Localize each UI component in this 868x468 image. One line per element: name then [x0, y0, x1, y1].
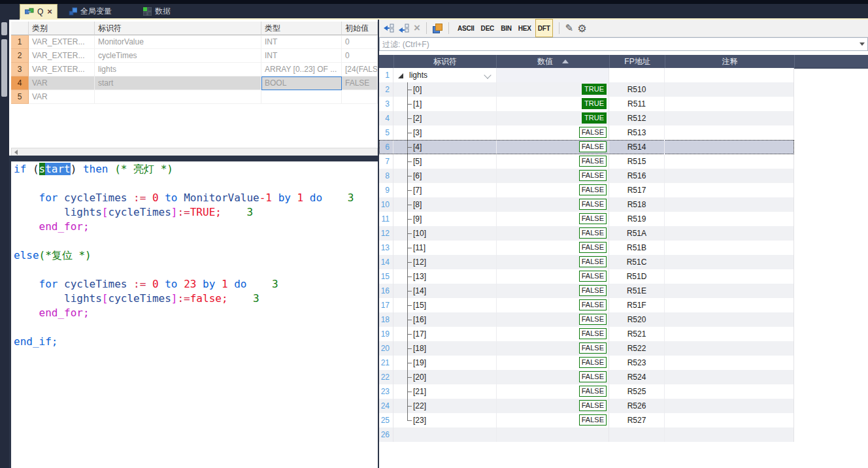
comment-cell[interactable] — [665, 241, 794, 255]
comment-cell[interactable] — [665, 370, 794, 384]
value-cell[interactable] — [496, 427, 609, 442]
watch-row[interactable]: 25[23]FALSER527 — [379, 413, 794, 427]
identifier-cell[interactable]: [4] — [393, 140, 496, 154]
watch-row[interactable]: 1lights — [379, 68, 794, 82]
filter-input[interactable] — [379, 37, 868, 51]
comment-cell[interactable] — [665, 82, 794, 97]
filter-dropdown-icon[interactable] — [860, 42, 865, 46]
value-cell[interactable]: TRUE — [496, 82, 609, 97]
value-badge[interactable]: FALSE — [579, 328, 607, 339]
value-badge[interactable]: FALSE — [579, 184, 607, 195]
value-badge[interactable]: FALSE — [579, 156, 607, 167]
initial-value-cell[interactable]: 0 — [342, 49, 378, 63]
format-button-dec[interactable]: DEC — [478, 19, 497, 37]
close-icon[interactable]: × — [47, 7, 52, 16]
comment-cell[interactable] — [665, 327, 794, 341]
watch-row[interactable]: 10[8]FALSER518 — [379, 197, 794, 212]
watch-row[interactable]: 4[2]TRUER512 — [379, 111, 794, 125]
category-cell[interactable]: VAR_EXTER... — [29, 63, 95, 76]
value-cell[interactable]: FALSE — [496, 384, 609, 399]
value-cell[interactable]: FALSE — [496, 226, 609, 241]
identifier-cell[interactable]: [9] — [393, 212, 496, 226]
column-header-category[interactable]: 类别 — [29, 22, 95, 35]
watch-row[interactable]: 5[3]FALSER513 — [379, 125, 794, 140]
value-cell[interactable]: FALSE — [496, 341, 609, 356]
variable-row[interactable]: 5VAR — [11, 90, 378, 104]
variable-row[interactable]: 3VAR_EXTER...lightsARRAY [0..23] OF ...[… — [11, 63, 378, 76]
value-cell[interactable]: FALSE — [496, 183, 609, 197]
identifier-cell[interactable]: [12] — [393, 255, 496, 269]
value-cell[interactable]: FALSE — [496, 284, 609, 298]
initial-value-cell[interactable] — [342, 90, 378, 104]
type-cell[interactable] — [261, 90, 342, 104]
watch-row[interactable]: 20[18]FALSER522 — [379, 341, 794, 356]
value-cell[interactable]: FALSE — [496, 269, 609, 284]
identifier-cell[interactable]: [15] — [393, 298, 496, 312]
value-badge[interactable]: FALSE — [579, 271, 607, 282]
st-code-editor[interactable]: if (start) then (* 亮灯 *) for cycleTimes … — [9, 161, 378, 468]
comment-cell[interactable] — [665, 269, 794, 284]
cascade-icon[interactable] — [433, 22, 442, 35]
format-button-bin[interactable]: BIN — [498, 19, 514, 37]
watch-row[interactable]: 12[10]FALSER51A — [379, 226, 794, 241]
identifier-cell[interactable]: lights — [95, 63, 261, 76]
comment-cell[interactable] — [665, 226, 794, 241]
watch-row[interactable]: 26 — [379, 427, 794, 442]
watch-row[interactable]: 6[4]FALSER514 — [379, 140, 794, 154]
initial-value-cell[interactable]: [24(FALS — [342, 63, 378, 76]
value-cell[interactable]: FALSE — [496, 154, 609, 169]
column-header-type[interactable]: 类型 — [261, 22, 342, 35]
category-cell[interactable]: VAR — [29, 90, 95, 104]
watch-row[interactable]: 9[7]FALSER517 — [379, 183, 794, 197]
tab-program[interactable]: Q × — [20, 4, 58, 18]
identifier-cell[interactable]: [3] — [393, 125, 496, 140]
comment-cell[interactable] — [665, 384, 794, 399]
value-badge[interactable]: TRUE — [582, 112, 607, 124]
identifier-cell[interactable]: start — [95, 76, 261, 90]
comment-cell[interactable] — [665, 212, 794, 226]
insert-variable-alt-icon[interactable] — [399, 22, 410, 35]
watch-row[interactable]: 16[14]FALSER51E — [379, 284, 794, 298]
value-cell[interactable]: FALSE — [496, 413, 609, 427]
value-cell[interactable]: FALSE — [496, 197, 609, 212]
comment-cell[interactable] — [665, 312, 794, 327]
value-cell[interactable]: FALSE — [496, 356, 609, 370]
comment-cell[interactable] — [665, 140, 794, 154]
value-badge[interactable]: TRUE — [582, 84, 607, 95]
comment-cell[interactable] — [665, 169, 794, 183]
watch-row[interactable]: 11[9]FALSER519 — [379, 212, 794, 226]
identifier-cell[interactable]: [18] — [393, 341, 496, 356]
identifier-cell[interactable]: cycleTimes — [95, 49, 261, 63]
value-cell[interactable]: FALSE — [496, 169, 609, 183]
identifier-cell[interactable]: [7] — [393, 183, 496, 197]
type-cell[interactable]: BOOL — [261, 76, 342, 90]
watch-row[interactable]: 7[5]FALSER515 — [379, 154, 794, 169]
watch-row[interactable]: 14[12]FALSER51C — [379, 255, 794, 269]
watch-row[interactable]: 15[13]FALSER51D — [379, 269, 794, 284]
watch-row[interactable]: 8[6]FALSER516 — [379, 169, 794, 183]
watch-row[interactable]: 22[20]FALSER524 — [379, 370, 794, 384]
type-cell[interactable]: INT — [261, 35, 342, 49]
initial-value-cell[interactable]: 0 — [342, 35, 378, 49]
settings-gear-icon[interactable]: ⚙ — [577, 22, 586, 35]
identifier-cell[interactable]: [5] — [393, 154, 496, 169]
comment-cell[interactable] — [665, 154, 794, 169]
identifier-cell[interactable]: [6] — [393, 169, 496, 183]
identifier-cell[interactable] — [95, 90, 261, 104]
insert-variable-icon[interactable] — [384, 22, 395, 35]
watch-row[interactable]: 19[17]FALSER521 — [379, 327, 794, 341]
comment-cell[interactable] — [665, 341, 794, 356]
watch-row[interactable]: 3[1]TRUER511 — [379, 97, 794, 111]
identifier-cell[interactable]: [23] — [393, 413, 496, 427]
value-cell[interactable]: FALSE — [496, 327, 609, 341]
watch-row[interactable]: 23[21]FALSER525 — [379, 384, 794, 399]
value-badge[interactable]: FALSE — [579, 357, 607, 368]
identifier-cell[interactable]: [21] — [393, 384, 496, 399]
value-cell[interactable]: FALSE — [496, 212, 609, 226]
format-button-ascii[interactable]: ASCII — [455, 19, 477, 37]
identifier-cell[interactable]: [11] — [393, 241, 496, 255]
value-badge[interactable]: FALSE — [579, 256, 607, 267]
delete-icon[interactable]: × — [414, 22, 420, 35]
category-cell[interactable]: VAR_EXTER... — [29, 49, 95, 63]
value-badge[interactable]: FALSE — [579, 141, 607, 152]
